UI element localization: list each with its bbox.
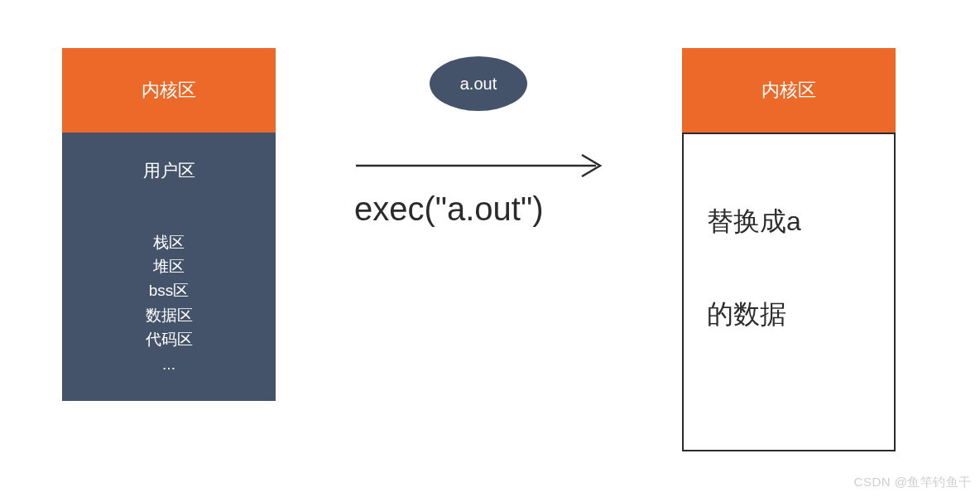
segment-data: 数据区 (62, 303, 276, 327)
segment-code: 代码区 (62, 327, 276, 351)
arrow-icon (352, 149, 608, 182)
watermark: CSDN @鱼竿钓鱼干 (854, 475, 972, 490)
target-process-block: 内核区 替换成a 的数据 (682, 48, 896, 451)
aout-label: a.out (460, 75, 497, 94)
kernel-label: 内核区 (142, 80, 196, 100)
replace-text-line1: 替换成a (707, 205, 871, 239)
user-area-left: 用户区 栈区 堆区 bss区 数据区 代码区 ... (62, 133, 276, 401)
kernel-label-right: 内核区 (761, 80, 816, 100)
user-area-title: 用户区 (62, 157, 276, 185)
kernel-area-right: 内核区 (682, 48, 896, 133)
segment-ellipsis: ... (62, 352, 276, 376)
segment-stack: 栈区 (62, 230, 276, 254)
exec-call-label: exec("a.out") (354, 191, 544, 228)
segment-heap: 堆区 (62, 254, 276, 278)
replace-text-line2: 的数据 (707, 297, 871, 332)
source-process-block: 内核区 用户区 栈区 堆区 bss区 数据区 代码区 ... (62, 48, 276, 401)
replaced-user-area: 替换成a 的数据 (682, 133, 896, 451)
kernel-area-left: 内核区 (62, 48, 276, 133)
aout-badge: a.out (430, 56, 527, 111)
segment-bss: bss区 (62, 278, 276, 302)
